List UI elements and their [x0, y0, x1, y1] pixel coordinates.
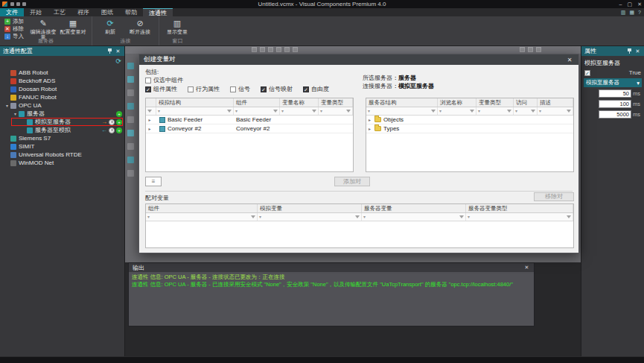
close-panel-icon[interactable]: ✕ — [523, 265, 530, 271]
pin-icon[interactable] — [107, 48, 112, 54]
viewport-rail-icon[interactable] — [127, 170, 134, 177]
column-header[interactable]: 浏览名称 — [438, 98, 476, 107]
remove-server-button[interactable]: ✕移除 — [3, 25, 25, 32]
column-filter[interactable]: ▾ — [258, 213, 362, 221]
column-filter[interactable]: ▾ — [476, 107, 514, 115]
column-header[interactable]: 模拟结构 — [156, 98, 234, 107]
column-header[interactable]: 服务器结构 — [366, 98, 438, 107]
viewport-rail-icon[interactable] — [127, 76, 134, 83]
viewport-tool-icon[interactable] — [260, 47, 265, 52]
expander-icon[interactable]: ▾ — [12, 111, 19, 116]
interval-field[interactable]: 100 — [599, 100, 631, 108]
viewport-tool-icon[interactable] — [276, 47, 281, 52]
minimize-button[interactable]: – — [619, 0, 622, 8]
checkbox-degrees-of-freedom[interactable]: ✓自由度 — [303, 85, 329, 93]
column-filter[interactable] — [146, 107, 156, 115]
viewport-rail-icon[interactable] — [127, 143, 134, 150]
viewport-tool-icon[interactable] — [268, 47, 273, 52]
tree-item-server[interactable]: ▾服务器+ — [0, 110, 124, 118]
viewport-tool-icon[interactable] — [284, 47, 290, 52]
checkbox-behaviour-properties[interactable]: 行为属性 — [188, 85, 220, 93]
tab-help[interactable]: 帮助 — [119, 8, 143, 16]
close-button[interactable]: ✕ — [637, 0, 642, 8]
output-log[interactable]: 连通性 信息: OPC UA - 服务器 - 连接状态已更改为：正在连接 连通性… — [129, 272, 534, 290]
tree-item-ur-rtde[interactable]: Universal Robots RTDE — [0, 151, 124, 159]
dialog-title-bar[interactable]: 创建变量对 ✕ — [139, 54, 578, 65]
viewport-tool-icon[interactable] — [536, 47, 541, 52]
viewport-tool-icon[interactable] — [520, 47, 525, 52]
viewport-tool-icon[interactable] — [528, 47, 533, 52]
layout-icon[interactable]: ▥ — [621, 10, 626, 16]
column-header[interactable]: 服务器变量类型 — [466, 204, 573, 212]
table-row[interactable]: ▸ Basic Feeder Basic Feeder — [146, 116, 353, 124]
expander-icon[interactable]: ▾ — [4, 103, 10, 108]
column-header[interactable]: 变量类型 — [476, 98, 514, 107]
dialog-close-icon[interactable]: ✕ — [565, 57, 574, 63]
table-row[interactable]: ▸Types — [366, 124, 573, 133]
table-row[interactable]: ▸ Conveyor #2 Conveyor #2 — [146, 124, 353, 133]
tree-item-abb[interactable]: ABB Robot — [0, 69, 124, 77]
column-header[interactable]: 组件 — [146, 204, 258, 212]
list-edit-button[interactable]: ≡ — [145, 177, 162, 186]
tree-item-simit[interactable]: SIMIT — [0, 142, 124, 151]
expander-icon[interactable]: ▸ — [369, 124, 374, 133]
checkbox-icon[interactable]: ✓ — [584, 70, 590, 76]
timeout-field[interactable]: 5000 — [599, 110, 631, 119]
close-panel-icon[interactable]: ✕ — [634, 46, 641, 56]
pin-icon[interactable] — [627, 48, 632, 54]
column-filter[interactable]: ▾ — [514, 107, 538, 115]
tab-program[interactable]: 程序 — [71, 8, 95, 16]
viewport-rail-icon[interactable] — [127, 157, 134, 163]
tree-item-fanuc[interactable]: FANUC Robot — [0, 93, 124, 101]
help-icon[interactable]: ? — [638, 10, 641, 15]
column-filter[interactable]: ▾ — [319, 107, 353, 115]
expander-icon[interactable]: ▸ — [149, 124, 154, 133]
add-pair-button[interactable]: 添加对 — [334, 177, 370, 186]
tab-file[interactable]: 文件 — [0, 8, 24, 16]
connection-dropdown[interactable]: 模拟至服务器 ▾ — [584, 78, 642, 87]
column-filter[interactable]: ▾ — [234, 107, 280, 115]
viewport-tool-icon[interactable] — [252, 47, 257, 52]
tree-item-server-to-sim[interactable]: 服务器至模拟←+ — [0, 126, 124, 134]
viewport-rail-icon[interactable] — [127, 103, 134, 110]
column-header[interactable]: 变量名称 — [280, 98, 319, 107]
viewport-rail-icon[interactable] — [127, 89, 134, 96]
grid-icon[interactable]: ▦ — [629, 10, 634, 16]
tree-item-siemens[interactable]: Siemens S7 — [0, 134, 124, 142]
tab-process[interactable]: 工艺 — [48, 8, 71, 16]
column-filter[interactable]: ▾ — [466, 213, 573, 221]
checkbox-signal-mapping[interactable]: ✓信号映射 — [261, 85, 293, 93]
tab-home[interactable]: 开始 — [24, 8, 48, 16]
tree-item-opcua[interactable]: ▾OPC UA — [0, 101, 124, 110]
viewport-rail-icon[interactable] — [127, 116, 134, 123]
tab-drawing[interactable]: 图纸 — [95, 8, 119, 16]
tree-item-winmod[interactable]: WinMOD Net — [0, 159, 124, 167]
column-header[interactable]: 服务器变量 — [362, 204, 466, 212]
column-header[interactable]: 变量类型 — [319, 98, 353, 107]
tree-item-sim-to-server[interactable]: 模拟至服务器→+ — [0, 118, 124, 126]
checkbox-selected-components-only[interactable]: 仅选中组件 — [145, 76, 183, 84]
column-filter[interactable]: ▾ — [366, 107, 438, 115]
tab-connectivity[interactable]: 连通性 — [143, 8, 173, 16]
viewport-tool-icon[interactable] — [293, 47, 298, 52]
close-panel-icon[interactable]: ✕ — [115, 46, 121, 56]
table-row[interactable]: ▸Objects — [366, 116, 573, 124]
checkbox-signals[interactable]: 信号 — [230, 85, 250, 93]
column-header[interactable]: 访问 — [514, 98, 538, 107]
checkbox-component-properties[interactable]: ✓组件属性 — [145, 85, 177, 93]
column-filter[interactable]: ▾ — [156, 107, 234, 115]
tree-item-doosan[interactable]: Doosan Robot — [0, 85, 124, 93]
viewport-rail-icon[interactable] — [127, 63, 134, 69]
tree-refresh-icon[interactable]: ⟳ — [115, 58, 121, 65]
viewport-rail-icon[interactable] — [127, 130, 134, 136]
expander-icon[interactable]: ▸ — [369, 116, 374, 124]
column-filter[interactable]: ▾ — [362, 213, 466, 221]
column-filter[interactable]: ▾ — [280, 107, 319, 115]
tree-item-beckhoff[interactable]: Beckhoff ADS — [0, 77, 124, 85]
column-filter[interactable]: ▾ — [438, 107, 476, 115]
interval-field[interactable]: 50 — [599, 89, 631, 98]
remove-pair-button[interactable]: 移除对 — [534, 192, 574, 201]
add-server-button[interactable]: +添加 — [3, 18, 25, 25]
maximize-button[interactable]: ▢ — [628, 0, 633, 8]
column-header[interactable]: 描述 — [538, 98, 573, 107]
